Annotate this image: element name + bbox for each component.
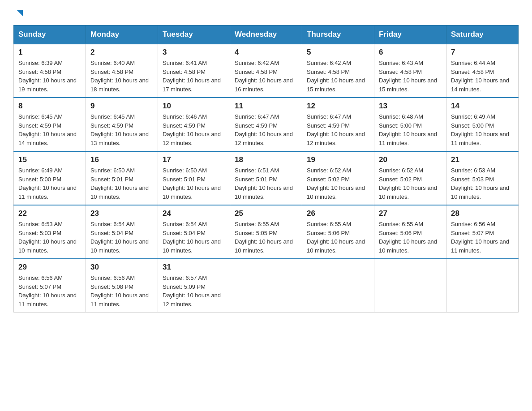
page-header xyxy=(13,9,519,21)
day-info: Sunrise: 6:47 AMSunset: 4:59 PMDaylight:… xyxy=(307,113,365,146)
calendar-cell: 23 Sunrise: 6:54 AMSunset: 5:04 PMDaylig… xyxy=(86,205,158,259)
calendar-cell: 16 Sunrise: 6:50 AMSunset: 5:01 PMDaylig… xyxy=(86,151,158,205)
calendar-cell: 8 Sunrise: 6:45 AMSunset: 4:59 PMDayligh… xyxy=(14,98,86,151)
day-info: Sunrise: 6:54 AMSunset: 5:04 PMDaylight:… xyxy=(90,221,149,254)
day-info: Sunrise: 6:55 AMSunset: 5:06 PMDaylight:… xyxy=(307,221,365,254)
calendar-header-row: SundayMondayTuesdayWednesdayThursdayFrid… xyxy=(14,26,519,44)
day-info: Sunrise: 6:46 AMSunset: 4:59 PMDaylight:… xyxy=(163,113,221,146)
weekday-header-wednesday: Wednesday xyxy=(230,26,302,44)
day-info: Sunrise: 6:42 AMSunset: 4:58 PMDaylight:… xyxy=(307,60,365,93)
calendar-cell: 12 Sunrise: 6:47 AMSunset: 4:59 PMDaylig… xyxy=(302,98,374,151)
calendar-cell: 7 Sunrise: 6:44 AMSunset: 4:58 PMDayligh… xyxy=(446,44,519,98)
day-info: Sunrise: 6:42 AMSunset: 4:58 PMDaylight:… xyxy=(235,60,293,93)
logo-arrow-icon xyxy=(15,8,25,20)
calendar-cell xyxy=(446,259,519,313)
day-number: 16 xyxy=(90,155,153,164)
calendar-cell: 28 Sunrise: 6:56 AMSunset: 5:07 PMDaylig… xyxy=(446,205,519,259)
day-number: 11 xyxy=(235,102,297,111)
day-info: Sunrise: 6:51 AMSunset: 5:01 PMDaylight:… xyxy=(235,167,293,200)
calendar-cell: 18 Sunrise: 6:51 AMSunset: 5:01 PMDaylig… xyxy=(230,151,302,205)
day-number: 17 xyxy=(163,155,225,164)
calendar-cell: 19 Sunrise: 6:52 AMSunset: 5:02 PMDaylig… xyxy=(302,151,374,205)
day-number: 30 xyxy=(90,263,153,272)
day-info: Sunrise: 6:49 AMSunset: 5:00 PMDaylight:… xyxy=(451,113,509,146)
day-number: 7 xyxy=(451,48,514,57)
calendar-cell: 27 Sunrise: 6:55 AMSunset: 5:06 PMDaylig… xyxy=(374,205,446,259)
day-number: 29 xyxy=(18,263,81,272)
day-info: Sunrise: 6:45 AMSunset: 4:59 PMDaylight:… xyxy=(90,113,149,146)
day-number: 10 xyxy=(163,102,225,111)
day-info: Sunrise: 6:44 AMSunset: 4:58 PMDaylight:… xyxy=(451,60,509,93)
calendar-cell: 15 Sunrise: 6:49 AMSunset: 5:00 PMDaylig… xyxy=(14,151,86,205)
day-info: Sunrise: 6:41 AMSunset: 4:58 PMDaylight:… xyxy=(163,60,221,93)
calendar-cell: 2 Sunrise: 6:40 AMSunset: 4:58 PMDayligh… xyxy=(86,44,158,98)
calendar-cell: 14 Sunrise: 6:49 AMSunset: 5:00 PMDaylig… xyxy=(446,98,519,151)
calendar-cell: 29 Sunrise: 6:56 AMSunset: 5:07 PMDaylig… xyxy=(14,259,86,313)
calendar-cell: 17 Sunrise: 6:50 AMSunset: 5:01 PMDaylig… xyxy=(158,151,230,205)
day-info: Sunrise: 6:56 AMSunset: 5:07 PMDaylight:… xyxy=(451,221,509,254)
weekday-header-saturday: Saturday xyxy=(446,26,519,44)
calendar-cell: 20 Sunrise: 6:52 AMSunset: 5:02 PMDaylig… xyxy=(374,151,446,205)
day-info: Sunrise: 6:47 AMSunset: 4:59 PMDaylight:… xyxy=(235,113,293,146)
calendar-week-row: 8 Sunrise: 6:45 AMSunset: 4:59 PMDayligh… xyxy=(14,98,519,151)
day-info: Sunrise: 6:50 AMSunset: 5:01 PMDaylight:… xyxy=(163,167,221,200)
day-number: 6 xyxy=(379,48,442,57)
day-info: Sunrise: 6:43 AMSunset: 4:58 PMDaylight:… xyxy=(379,60,437,93)
calendar-cell: 26 Sunrise: 6:55 AMSunset: 5:06 PMDaylig… xyxy=(302,205,374,259)
day-number: 20 xyxy=(379,155,442,164)
day-info: Sunrise: 6:53 AMSunset: 5:03 PMDaylight:… xyxy=(18,221,77,254)
calendar-cell: 30 Sunrise: 6:56 AMSunset: 5:08 PMDaylig… xyxy=(86,259,158,313)
day-info: Sunrise: 6:50 AMSunset: 5:01 PMDaylight:… xyxy=(90,167,149,200)
calendar-cell: 3 Sunrise: 6:41 AMSunset: 4:58 PMDayligh… xyxy=(158,44,230,98)
weekday-header-tuesday: Tuesday xyxy=(158,26,230,44)
calendar-week-row: 15 Sunrise: 6:49 AMSunset: 5:00 PMDaylig… xyxy=(14,151,519,205)
calendar-cell: 6 Sunrise: 6:43 AMSunset: 4:58 PMDayligh… xyxy=(374,44,446,98)
calendar-cell: 9 Sunrise: 6:45 AMSunset: 4:59 PMDayligh… xyxy=(86,98,158,151)
calendar-cell: 4 Sunrise: 6:42 AMSunset: 4:58 PMDayligh… xyxy=(230,44,302,98)
day-number: 24 xyxy=(163,209,225,218)
day-number: 2 xyxy=(90,48,153,57)
day-info: Sunrise: 6:45 AMSunset: 4:59 PMDaylight:… xyxy=(18,113,77,146)
svg-marker-0 xyxy=(17,10,23,16)
day-info: Sunrise: 6:39 AMSunset: 4:58 PMDaylight:… xyxy=(18,60,77,93)
weekday-header-monday: Monday xyxy=(86,26,158,44)
day-number: 21 xyxy=(451,155,514,164)
day-number: 15 xyxy=(18,155,81,164)
calendar-week-row: 29 Sunrise: 6:56 AMSunset: 5:07 PMDaylig… xyxy=(14,259,519,313)
calendar-cell: 24 Sunrise: 6:54 AMSunset: 5:04 PMDaylig… xyxy=(158,205,230,259)
calendar-cell: 21 Sunrise: 6:53 AMSunset: 5:03 PMDaylig… xyxy=(446,151,519,205)
day-info: Sunrise: 6:40 AMSunset: 4:58 PMDaylight:… xyxy=(90,60,149,93)
day-info: Sunrise: 6:57 AMSunset: 5:09 PMDaylight:… xyxy=(163,274,221,308)
day-info: Sunrise: 6:49 AMSunset: 5:00 PMDaylight:… xyxy=(18,167,77,200)
day-number: 28 xyxy=(451,209,514,218)
day-number: 8 xyxy=(18,102,81,111)
day-number: 4 xyxy=(235,48,297,57)
day-number: 3 xyxy=(163,48,225,57)
logo xyxy=(13,9,25,21)
weekday-header-thursday: Thursday xyxy=(302,26,374,44)
day-number: 31 xyxy=(163,263,225,272)
calendar-cell: 13 Sunrise: 6:48 AMSunset: 5:00 PMDaylig… xyxy=(374,98,446,151)
weekday-header-friday: Friday xyxy=(374,26,446,44)
weekday-header-sunday: Sunday xyxy=(14,26,86,44)
day-number: 25 xyxy=(235,209,297,218)
day-info: Sunrise: 6:54 AMSunset: 5:04 PMDaylight:… xyxy=(163,221,221,254)
day-number: 12 xyxy=(307,102,369,111)
day-number: 1 xyxy=(18,48,81,57)
day-number: 18 xyxy=(235,155,297,164)
day-info: Sunrise: 6:52 AMSunset: 5:02 PMDaylight:… xyxy=(379,167,437,200)
day-number: 26 xyxy=(307,209,369,218)
calendar-week-row: 1 Sunrise: 6:39 AMSunset: 4:58 PMDayligh… xyxy=(14,44,519,98)
day-number: 27 xyxy=(379,209,442,218)
day-number: 13 xyxy=(379,102,442,111)
calendar-cell xyxy=(230,259,302,313)
day-number: 14 xyxy=(451,102,514,111)
day-info: Sunrise: 6:56 AMSunset: 5:08 PMDaylight:… xyxy=(90,274,149,308)
calendar-table: SundayMondayTuesdayWednesdayThursdayFrid… xyxy=(13,25,519,313)
day-info: Sunrise: 6:55 AMSunset: 5:06 PMDaylight:… xyxy=(379,221,437,254)
calendar-cell: 10 Sunrise: 6:46 AMSunset: 4:59 PMDaylig… xyxy=(158,98,230,151)
calendar-week-row: 22 Sunrise: 6:53 AMSunset: 5:03 PMDaylig… xyxy=(14,205,519,259)
calendar-cell: 25 Sunrise: 6:55 AMSunset: 5:05 PMDaylig… xyxy=(230,205,302,259)
calendar-cell xyxy=(302,259,374,313)
day-number: 9 xyxy=(90,102,153,111)
